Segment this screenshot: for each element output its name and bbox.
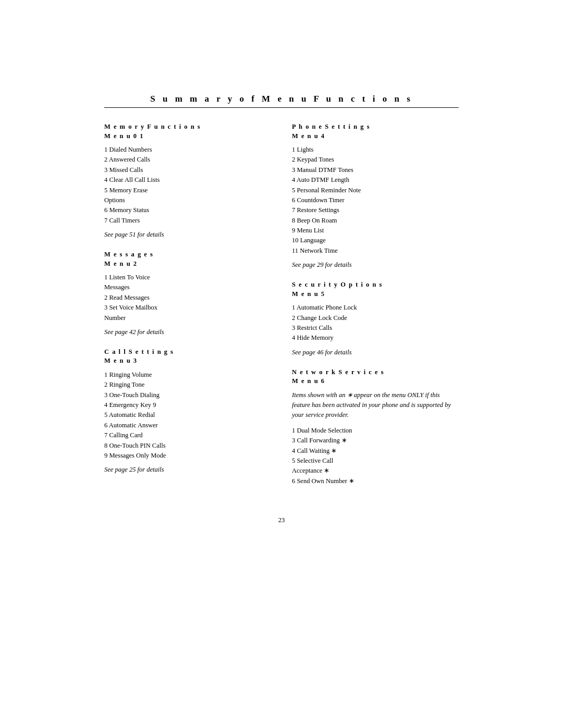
- right-column: P h o n e S e t t i n g s M e n u 4 1 Li…: [292, 122, 459, 496]
- list-item: 10 Language: [292, 236, 459, 245]
- list-item: Number: [104, 313, 271, 323]
- list-item: 4 Auto DTMF Length: [292, 175, 459, 185]
- list-item: 4 Call Waiting ∗: [292, 446, 459, 456]
- list-item: 3 Restrict Calls: [292, 323, 459, 333]
- page-title: S u m m a r y o f M e n u F u n c t i o …: [104, 94, 459, 104]
- section-heading-messages: M e s s a g e s M e n u 2: [104, 250, 271, 268]
- see-page-messages: See page 42 for details: [104, 328, 271, 336]
- list-item: Options: [104, 195, 271, 205]
- section-security-options: S e c u r i t y O p t i o n s M e n u 5 …: [292, 280, 459, 356]
- list-item: 3 Manual DTMF Tones: [292, 165, 459, 175]
- section-network-services: N e t w o r k S e r v i c e s M e n u 6 …: [292, 368, 459, 486]
- list-item: 5 Memory Erase: [104, 186, 271, 195]
- list-item: 8 Beep On Roam: [292, 216, 459, 226]
- memory-functions-list: 1 Dialed Numbers 2 Answered Calls 3 Miss…: [104, 145, 271, 226]
- section-heading-network: N e t w o r k S e r v i c e s M e n u 6: [292, 368, 459, 386]
- call-settings-list: 1 Ringing Volume 2 Ringing Tone 3 One-To…: [104, 370, 271, 461]
- page-number: 23: [104, 516, 459, 524]
- list-item: 7 Restore Settings: [292, 205, 459, 215]
- list-item: 1 Ringing Volume: [104, 370, 271, 380]
- list-item: 2 Answered Calls: [104, 155, 271, 165]
- see-page-memory: See page 51 for details: [104, 231, 271, 239]
- security-options-list: 1 Automatic Phone Lock 2 Change Lock Cod…: [292, 303, 459, 343]
- list-item: 3 One-Touch Dialing: [104, 390, 271, 400]
- section-heading-memory: M e m o r y F u n c t i o n s M e n u 0 …: [104, 122, 271, 141]
- section-messages: M e s s a g e s M e n u 2 1 Listen To Vo…: [104, 250, 271, 336]
- network-services-note: Items shown with an ∗ appear on the menu…: [292, 390, 459, 421]
- list-item: 9 Menu List: [292, 226, 459, 236]
- list-item: 5 Personal Reminder Note: [292, 186, 459, 195]
- title-divider: [104, 107, 459, 108]
- section-heading-security: S e c u r i t y O p t i o n s M e n u 5: [292, 280, 459, 299]
- section-memory-functions: M e m o r y F u n c t i o n s M e n u 0 …: [104, 122, 271, 239]
- list-item: 1 Lights: [292, 145, 459, 155]
- list-item: 3 Missed Calls: [104, 165, 271, 175]
- left-column: M e m o r y F u n c t i o n s M e n u 0 …: [104, 122, 271, 496]
- list-item: 3 Set Voice Mailbox: [104, 303, 271, 313]
- list-item: Acceptance ∗: [292, 466, 459, 476]
- list-item: 2 Read Messages: [104, 293, 271, 303]
- list-item: 4 Clear All Call Lists: [104, 175, 271, 185]
- list-item: 1 Dialed Numbers: [104, 145, 271, 155]
- section-call-settings: C a l l S e t t i n g s M e n u 3 1 Ring…: [104, 348, 271, 474]
- list-item: 9 Messages Only Mode: [104, 451, 271, 461]
- list-item: 4 Emergency Key 9: [104, 400, 271, 410]
- section-phone-settings: P h o n e S e t t i n g s M e n u 4 1 Li…: [292, 122, 459, 269]
- list-item: 5 Automatic Redial: [104, 410, 271, 420]
- list-item: 4 Hide Memory: [292, 333, 459, 343]
- see-page-phone-settings: See page 29 for details: [292, 261, 459, 269]
- list-item: 7 Call Timers: [104, 216, 271, 226]
- list-item: 1 Automatic Phone Lock: [292, 303, 459, 313]
- list-item: 2 Keypad Tones: [292, 155, 459, 165]
- section-heading-phone-settings: P h o n e S e t t i n g s M e n u 4: [292, 122, 459, 141]
- list-item: 2 Change Lock Code: [292, 313, 459, 323]
- list-item: Messages: [104, 282, 271, 292]
- list-item: 6 Countdown Timer: [292, 195, 459, 205]
- list-item: 5 Selective Call: [292, 456, 459, 466]
- list-item: 1 Dual Mode Selection: [292, 426, 459, 436]
- list-item: 11 Network Time: [292, 246, 459, 256]
- see-page-call-settings: See page 25 for details: [104, 466, 271, 474]
- list-item: 3 Call Forwarding ∗: [292, 436, 459, 446]
- list-item: 6 Automatic Answer: [104, 421, 271, 430]
- section-heading-call-settings: C a l l S e t t i n g s M e n u 3: [104, 348, 271, 366]
- see-page-security: See page 46 for details: [292, 349, 459, 356]
- phone-settings-list: 1 Lights 2 Keypad Tones 3 Manual DTMF To…: [292, 145, 459, 256]
- page: S u m m a r y o f M e n u F u n c t i o …: [104, 0, 459, 728]
- list-item: 6 Memory Status: [104, 205, 271, 215]
- list-item: 8 One-Touch PIN Calls: [104, 441, 271, 451]
- list-item: 2 Ringing Tone: [104, 380, 271, 390]
- network-services-list: 1 Dual Mode Selection 3 Call Forwarding …: [292, 426, 459, 486]
- list-item: 1 Listen To Voice: [104, 273, 271, 282]
- messages-list: 1 Listen To Voice Messages 2 Read Messag…: [104, 273, 271, 323]
- list-item: 6 Send Own Number ∗: [292, 476, 459, 486]
- content-columns: M e m o r y F u n c t i o n s M e n u 0 …: [104, 122, 459, 496]
- list-item: 7 Calling Card: [104, 430, 271, 440]
